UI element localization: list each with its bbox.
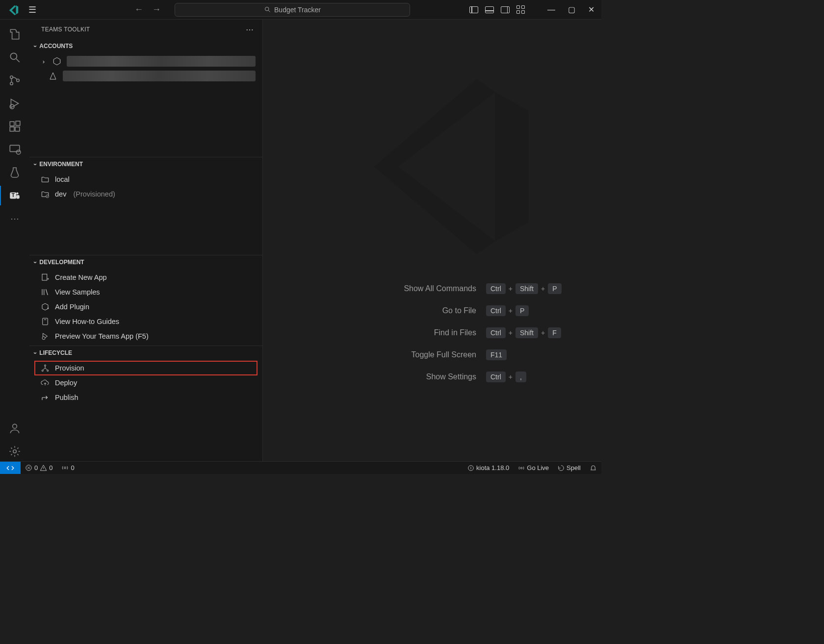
chevron-down-icon: › (32, 163, 39, 165)
window-close-icon[interactable]: ✕ (585, 5, 597, 14)
dev-add-plugin[interactable]: Add Plugin (29, 299, 262, 314)
status-spell[interactable]: Spell (553, 464, 585, 471)
vscode-watermark-icon (361, 74, 547, 260)
dev-preview-teams-app[interactable]: Preview Your Teams App (F5) (29, 329, 262, 344)
svg-point-16 (16, 193, 18, 195)
svg-point-13 (16, 150, 21, 154)
svg-rect-9 (10, 127, 14, 131)
accounts-icon[interactable] (5, 419, 25, 438)
account-m365-row[interactable]: › (29, 54, 262, 69)
env-local-row[interactable]: local (29, 172, 262, 187)
svg-rect-21 (42, 274, 47, 280)
extensions-icon[interactable] (5, 117, 25, 136)
status-kiota[interactable]: kiota 1.18.0 (463, 464, 514, 471)
hamburger-menu-icon[interactable]: ☰ (24, 4, 41, 15)
more-icon[interactable]: ⋯ (5, 209, 25, 228)
chevron-down-icon: › (32, 261, 39, 263)
toggle-primary-sidebar-icon[interactable] (469, 6, 478, 13)
svg-rect-11 (16, 121, 20, 125)
svg-point-0 (265, 7, 269, 11)
env-dev-label: dev (55, 190, 66, 198)
welcome-show-all-commands: Show All Commands Ctrl+ Shift+ P (300, 277, 565, 299)
lifecycle-deploy[interactable]: Deploy (29, 375, 262, 390)
svg-rect-12 (10, 145, 20, 151)
new-file-icon (40, 273, 50, 282)
export-icon (40, 393, 50, 402)
welcome-go-to-file: Go to File Ctrl+ P (300, 299, 565, 322)
settings-gear-icon[interactable] (5, 442, 25, 461)
toggle-panel-icon[interactable] (485, 6, 494, 13)
toggle-secondary-sidebar-icon[interactable] (501, 6, 510, 13)
nav-back-icon[interactable]: ← (134, 4, 143, 15)
titlebar: ☰ ← → Budget Tracker — ▢ ✕ (0, 0, 601, 20)
source-control-icon[interactable] (5, 71, 25, 90)
section-lifecycle-header[interactable]: › LIFECYCLE (29, 346, 262, 360)
section-accounts-header[interactable]: › ACCOUNTS (29, 39, 262, 53)
svg-point-32 (64, 467, 66, 469)
testing-icon[interactable] (5, 163, 25, 182)
svg-point-18 (13, 424, 17, 428)
env-dev-row[interactable]: dev (Provisioned) (29, 187, 262, 201)
svg-rect-10 (15, 127, 20, 131)
svg-point-4 (10, 76, 13, 78)
svg-point-25 (45, 365, 46, 366)
chevron-down-icon: › (32, 45, 39, 47)
status-notifications-icon[interactable] (585, 464, 601, 471)
svg-point-5 (10, 82, 13, 85)
svg-point-24 (42, 337, 45, 340)
svg-rect-22 (43, 318, 48, 325)
command-center-text: Budget Tracker (274, 6, 321, 14)
svg-line-3 (16, 59, 20, 62)
activity-bar: T ⋯ (0, 20, 29, 461)
command-center[interactable]: Budget Tracker (175, 3, 410, 17)
window-maximize-icon[interactable]: ▢ (565, 5, 578, 14)
chevron-down-icon: › (32, 352, 39, 354)
env-dev-status: (Provisioned) (73, 190, 115, 198)
debug-play-icon (40, 332, 50, 341)
dev-howto-guides[interactable]: View How-to Guides (29, 314, 262, 329)
svg-point-35 (521, 467, 523, 469)
welcome-show-settings: Show Settings Ctrl+ , (300, 366, 565, 388)
welcome-shortcuts: Show All Commands Ctrl+ Shift+ P Go to F… (300, 277, 565, 388)
svg-rect-8 (10, 122, 14, 126)
book-icon (40, 317, 50, 326)
editor-area: Show All Commands Ctrl+ Shift+ P Go to F… (263, 20, 601, 461)
section-environment-header[interactable]: › ENVIRONMENT (29, 157, 262, 171)
remote-explorer-icon[interactable] (5, 140, 25, 159)
section-development-header[interactable]: › DEVELOPMENT (29, 255, 262, 269)
sidebar-more-icon[interactable]: ⋯ (246, 25, 254, 34)
dev-create-new-app[interactable]: Create New App (29, 270, 262, 285)
chevron-right-icon: › (40, 58, 47, 65)
explorer-icon[interactable] (5, 25, 25, 44)
dev-view-samples[interactable]: View Samples (29, 285, 262, 299)
env-local-label: local (55, 175, 70, 183)
sidebar-title: TEAMS TOOLKIT (41, 26, 90, 33)
svg-text:T: T (11, 192, 15, 198)
lifecycle-provision[interactable]: Provision (34, 361, 258, 375)
svg-point-19 (13, 450, 17, 453)
search-icon[interactable] (5, 48, 25, 67)
customize-layout-icon[interactable] (516, 5, 525, 14)
folder-check-icon (40, 190, 50, 198)
folder-icon (40, 175, 50, 184)
status-bar: 0 0 0 kiota 1.18.0 Go Live Spell (0, 461, 601, 474)
window-minimize-icon[interactable]: — (544, 5, 558, 14)
run-debug-icon[interactable] (5, 94, 25, 113)
redacted-account-1 (67, 56, 256, 67)
welcome-toggle-full-screen: Toggle Full Screen F11 (300, 344, 565, 366)
status-ports[interactable]: 0 (57, 464, 78, 471)
status-go-live[interactable]: Go Live (514, 464, 553, 471)
account-azure-row[interactable] (29, 69, 262, 83)
remote-indicator[interactable] (0, 462, 21, 474)
library-icon (40, 288, 50, 297)
teams-toolkit-icon[interactable]: T (5, 186, 25, 205)
status-problems[interactable]: 0 0 (21, 464, 57, 471)
nav-forward-icon[interactable]: → (152, 4, 161, 15)
svg-point-26 (42, 370, 43, 372)
svg-point-2 (10, 53, 17, 59)
svg-point-27 (47, 370, 49, 372)
sidebar: TEAMS TOOLKIT ⋯ › ACCOUNTS › (29, 20, 263, 461)
cloud-upload-icon (40, 378, 50, 387)
svg-point-6 (17, 79, 19, 81)
lifecycle-publish[interactable]: Publish (29, 390, 262, 405)
